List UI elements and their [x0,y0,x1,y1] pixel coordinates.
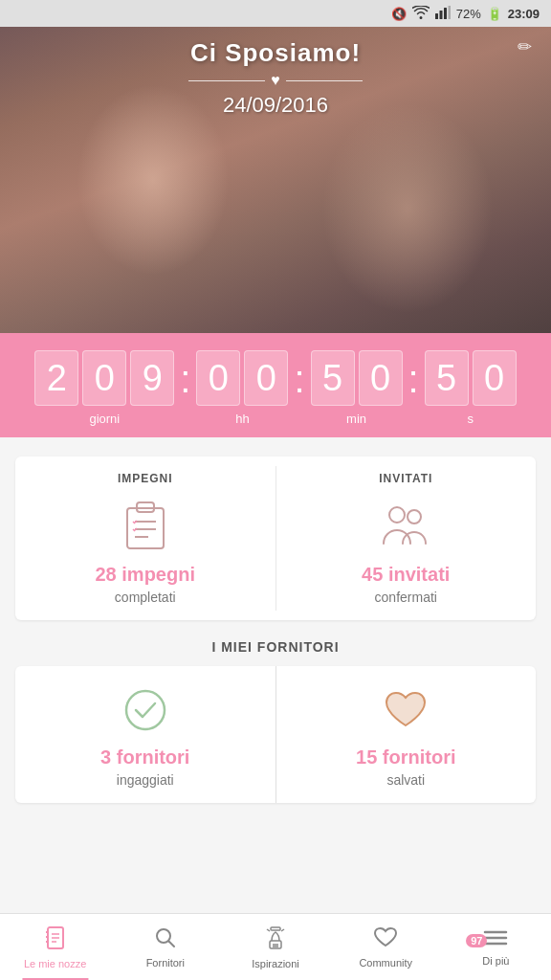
minutes-label: min [346,412,366,426]
nav-item-di-piu[interactable]: 97 Di più [441,914,551,980]
hero-section: ✏ Ci Sposiamo! ♥ 24/09/2016 [0,27,551,333]
sec-digit-2: 0 [473,350,517,406]
search-nav-icon [154,926,177,953]
min-digit-2: 0 [359,350,403,406]
nav-item-fornitori[interactable]: Fornitori [110,914,220,980]
impegni-desc: completati [115,590,176,605]
min-digit-1: 5 [311,350,355,406]
svg-point-9 [389,507,405,523]
separator-1: : [180,360,190,398]
fornitori-saved-desc: salvati [386,772,425,788]
heart-nav-icon [373,926,398,953]
countdown-section: 2 0 9 giorni : 0 0 hh : 5 0 min : 5 0 s [0,333,551,437]
svg-line-23 [281,929,284,931]
nav-label-le-mie-nozze: Le mie nozze [24,958,86,969]
fornitori-section: I MIEI FORNITORI 3 fornitori ingaggiati [15,639,536,803]
countdown-seconds: 5 0 s [425,350,517,426]
fornitori-saved-count: 15 fornitori [356,746,455,768]
nav-badge: 97 [466,934,487,947]
sec-digit-1: 5 [425,350,469,406]
fornitori-cards: 3 fornitori ingaggiati 15 fornitori salv… [15,666,536,803]
impegni-count: 28 impegni [96,564,195,586]
status-bar: 🔇 72% 🔋 23:09 [0,0,551,27]
fornitori-saved-card[interactable]: 15 fornitori salvati [276,666,537,803]
ideas-nav-icon [263,925,288,954]
svg-rect-0 [435,13,438,19]
hours-digit-1: 0 [196,350,240,406]
fornitori-hired-count: 3 fornitori [100,746,189,768]
svg-rect-1 [439,11,442,19]
invitati-card[interactable]: INVITATI 45 invitati confermati [276,457,537,620]
fornitori-hired-desc: ingaggiati [117,772,174,788]
nav-item-le-mie-nozze[interactable]: Le mie nozze [0,914,110,980]
days-digit-2: 0 [82,350,126,406]
heart-divider: ♥ [188,72,363,89]
invitati-count: 45 invitati [362,564,450,586]
nav-item-community[interactable]: Community [331,914,441,980]
svg-line-20 [168,941,174,947]
heart-saved-icon [381,685,430,735]
battery-text: 72% [456,7,481,21]
hours-digit-2: 0 [244,350,288,406]
time-display: 23:09 [508,7,540,21]
countdown-days: 2 0 9 giorni [34,350,174,426]
nav-label-ispirazioni: Ispirazioni [252,958,299,969]
nav-label-community: Community [359,957,412,969]
impegni-invitati-section: IMPEGNI 28 impegni completati INVITATI [15,457,536,620]
bottom-nav: Le mie nozze Fornitori Ispirazioni [0,913,551,980]
wifi-icon [412,6,430,22]
separator-3: : [408,360,419,398]
days-label: giorni [89,412,120,426]
separator-2: : [294,360,304,398]
svg-rect-21 [271,927,280,930]
fornitori-hired-card[interactable]: 3 fornitori ingaggiati [15,666,276,803]
days-digit-3: 9 [130,350,174,406]
countdown-minutes: 5 0 min [311,350,403,426]
fornitori-title: I MIEI FORNITORI [15,639,536,655]
svg-line-22 [267,929,270,931]
seconds-label: s [467,412,474,426]
svg-point-11 [126,691,165,729]
nav-item-ispirazioni[interactable]: Ispirazioni [220,914,330,980]
notebook-icon [43,925,68,954]
heart-symbol: ♥ [271,72,280,89]
countdown-hours: 0 0 hh [196,350,288,426]
menu-nav-icon: 97 [483,928,508,951]
hero-title: Ci Sposiamo! [190,38,361,68]
signal-icon [435,6,451,22]
nav-label-fornitori: Fornitori [146,957,185,969]
invitati-desc: confermati [375,590,437,605]
svg-rect-2 [444,8,447,19]
days-digit-1: 2 [34,350,78,406]
impegni-title: IMPEGNI [118,472,173,485]
svg-point-10 [408,510,421,523]
hero-overlay: ✏ Ci Sposiamo! ♥ 24/09/2016 [0,27,551,118]
svg-rect-3 [448,6,451,19]
hero-date: 24/09/2016 [223,93,328,118]
main-content: IMPEGNI 28 impegni completati INVITATI [0,437,551,841]
edit-icon[interactable]: ✏ [518,36,532,57]
check-circle-icon [121,685,170,735]
invitati-title: INVITATI [379,472,432,485]
clipboard-icon [119,499,172,552]
hours-label: hh [235,412,249,426]
guests-icon [379,499,432,552]
nav-label-di-piu: Di più [482,955,509,967]
impegni-card[interactable]: IMPEGNI 28 impegni completati [15,457,276,620]
battery-icon: 🔋 [487,7,502,21]
mute-icon: 🔇 [391,7,407,21]
